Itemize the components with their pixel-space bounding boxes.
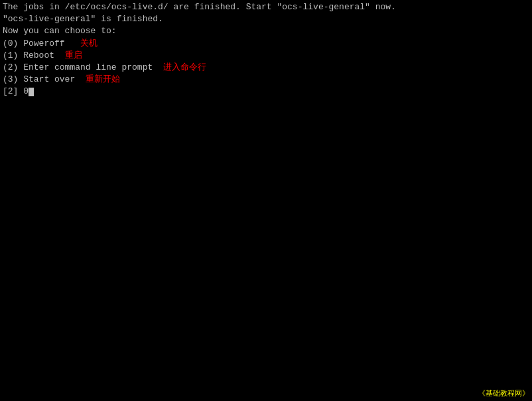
terminal-text: "ocs-live-general" is finished.	[3, 14, 163, 24]
terminal-text: Now you can choose to:	[3, 26, 117, 36]
terminal-line-line2: "ocs-live-general" is finished.	[3, 13, 529, 25]
terminal-cursor	[29, 88, 34, 96]
terminal-text: [2] 0	[3, 86, 29, 96]
terminal-text: (2) Enter command line prompt	[3, 62, 163, 72]
terminal-text: (0) Poweroff	[3, 39, 80, 48]
terminal-line-line8: [2] 0	[3, 86, 529, 98]
terminal-output: The jobs in /etc/ocs/ocs-live.d/ are fin…	[0, 0, 532, 100]
terminal-text: (3) Start over	[3, 74, 86, 84]
terminal-text: 重新开始	[86, 74, 120, 84]
terminal-text: The jobs in /etc/ocs/ocs-live.d/ are fin…	[3, 2, 396, 12]
terminal-line-line5: (1) Reboot 重启	[3, 50, 529, 62]
terminal-text: 重启	[65, 50, 82, 60]
terminal-line-line6: (2) Enter command line prompt 进入命令行	[3, 62, 529, 74]
terminal-line-line7: (3) Start over 重新开始	[3, 74, 529, 86]
terminal-line-line3: Now you can choose to:	[3, 25, 529, 37]
terminal-text: 进入命令行	[163, 62, 206, 72]
terminal-line-line4: (0) Poweroff 关机	[3, 38, 529, 50]
terminal-line-line1: The jobs in /etc/ocs/ocs-live.d/ are fin…	[3, 1, 529, 13]
terminal-text: 关机	[80, 39, 98, 48]
terminal-text: (1) Reboot	[3, 50, 65, 60]
watermark: 《基础教程网》	[478, 388, 529, 398]
